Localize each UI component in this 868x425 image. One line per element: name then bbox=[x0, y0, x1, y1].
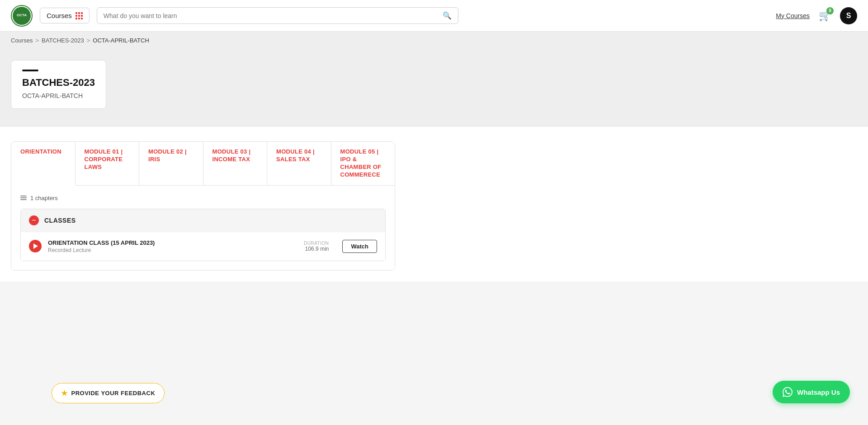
breadcrumb-current: OCTA-APRIL-BATCH bbox=[93, 37, 149, 44]
search-icon: 🔍 bbox=[443, 11, 452, 20]
grid-icon bbox=[75, 12, 83, 19]
main-header: OCTA Courses 🔍 My Courses 🛒 0 S bbox=[0, 0, 868, 32]
tab-content: 1 chapters − CLASSES ORIENT bbox=[11, 186, 395, 270]
header-right: My Courses 🛒 0 S bbox=[776, 7, 857, 24]
breadcrumb-sep-2: > bbox=[87, 37, 90, 44]
tab-module04[interactable]: MODULE 04 | SALES TAX bbox=[267, 142, 331, 185]
duration-value: 106.9 min bbox=[304, 246, 329, 252]
breadcrumb: Courses > BATCHES-2023 > OCTA-APRIL-BATC… bbox=[0, 32, 868, 49]
cart-area[interactable]: 🛒 0 bbox=[819, 10, 831, 22]
logo[interactable]: OCTA bbox=[11, 5, 33, 27]
tabs-header: ORIENTATION MODULE 01 | CORPORATE LAWS M… bbox=[11, 142, 395, 186]
lecture-title: ORIENTATION CLASS (15 APRIL 2023) bbox=[48, 239, 297, 246]
tab-module03[interactable]: MODULE 03 | INCOME TAX bbox=[203, 142, 268, 185]
breadcrumb-batches[interactable]: BATCHES-2023 bbox=[42, 37, 84, 44]
whatsapp-icon bbox=[783, 387, 793, 397]
course-subtitle: OCTA-APRIL-BATCH bbox=[22, 92, 95, 99]
breadcrumb-sep-1: > bbox=[35, 37, 39, 44]
user-avatar[interactable]: S bbox=[840, 7, 857, 24]
chapters-icon bbox=[20, 196, 27, 200]
courses-button[interactable]: Courses bbox=[40, 8, 90, 23]
course-title: BATCHES-2023 bbox=[22, 77, 95, 89]
tabs-section: ORIENTATION MODULE 01 | CORPORATE LAWS M… bbox=[0, 127, 868, 281]
feedback-button[interactable]: ★ PROVIDE YOUR FEEDBACK bbox=[52, 383, 165, 403]
course-header-section: BATCHES-2023 OCTA-APRIL-BATCH bbox=[0, 49, 868, 127]
breadcrumb-courses[interactable]: Courses bbox=[11, 37, 33, 44]
chapter-header[interactable]: − CLASSES bbox=[21, 209, 385, 232]
tab-module01[interactable]: MODULE 01 | CORPORATE LAWS bbox=[75, 142, 140, 185]
feedback-label: PROVIDE YOUR FEEDBACK bbox=[71, 390, 156, 397]
chapters-label: 1 chapters bbox=[20, 195, 386, 201]
watch-button[interactable]: Watch bbox=[342, 240, 377, 253]
play-button[interactable] bbox=[29, 240, 42, 252]
courses-button-label: Courses bbox=[47, 12, 72, 19]
play-icon bbox=[33, 243, 38, 249]
lecture-type: Recorded Lecture bbox=[48, 247, 297, 253]
cart-badge: 0 bbox=[826, 7, 834, 14]
whatsapp-label: Whatsapp Us bbox=[797, 388, 840, 396]
chapter-toggle-icon[interactable]: − bbox=[29, 215, 39, 225]
course-card-accent bbox=[22, 70, 38, 71]
tabs-wrapper: ORIENTATION MODULE 01 | CORPORATE LAWS M… bbox=[11, 141, 395, 271]
tab-orientation[interactable]: ORIENTATION bbox=[11, 142, 75, 186]
chapter-name: CLASSES bbox=[44, 217, 76, 224]
main-content: BATCHES-2023 OCTA-APRIL-BATCH ORIENTATIO… bbox=[0, 49, 868, 281]
lecture-row: ORIENTATION CLASS (15 APRIL 2023) Record… bbox=[21, 232, 385, 261]
chapter-group: − CLASSES ORIENTATION CLASS (15 APRIL 20… bbox=[20, 209, 386, 261]
tab-module05[interactable]: MODULE 05 | IPO & CHAMBER OF COMMERECE bbox=[331, 142, 395, 185]
duration-label: DURATION bbox=[304, 241, 329, 246]
lecture-info: ORIENTATION CLASS (15 APRIL 2023) Record… bbox=[48, 239, 297, 253]
tab-module02[interactable]: MODULE 02 | IRIS bbox=[139, 142, 203, 185]
search-bar[interactable]: 🔍 bbox=[97, 7, 458, 24]
search-input[interactable] bbox=[104, 12, 443, 19]
my-courses-link[interactable]: My Courses bbox=[776, 12, 810, 19]
star-icon: ★ bbox=[61, 389, 68, 397]
course-card: BATCHES-2023 OCTA-APRIL-BATCH bbox=[11, 60, 106, 109]
lecture-duration-area: DURATION 106.9 min bbox=[304, 241, 329, 252]
whatsapp-button[interactable]: Whatsapp Us bbox=[773, 381, 850, 403]
